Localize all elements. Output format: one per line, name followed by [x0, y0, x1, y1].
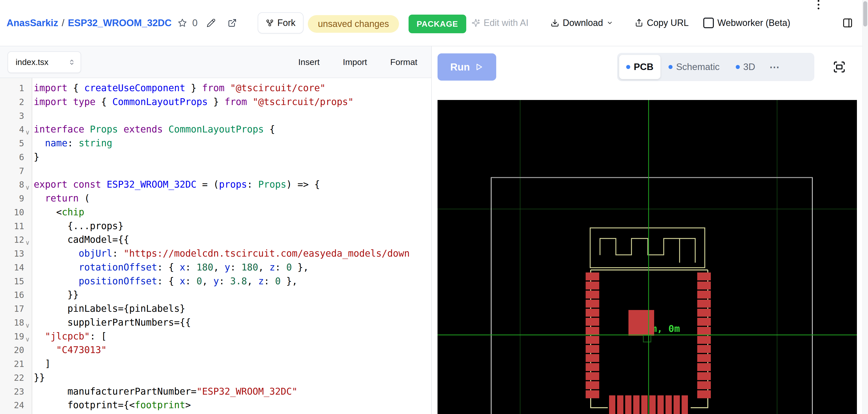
code-line[interactable]: import { createUseComponent } from "@tsc… — [34, 81, 410, 95]
download-label: Download — [563, 18, 603, 28]
line-number: 22 — [0, 371, 24, 385]
code-line[interactable]: "C473013" — [34, 343, 410, 357]
line-number: 17 — [0, 302, 24, 316]
tab-schematic[interactable]: Schematic — [660, 55, 728, 79]
edit-with-ai-button[interactable]: Edit with AI — [471, 0, 528, 46]
code-line[interactable]: }} — [34, 371, 410, 385]
package-badge: PACKAGE — [408, 14, 466, 33]
tab-dot — [736, 65, 740, 69]
line-number: 19 — [0, 330, 24, 344]
fold-marker[interactable]: ∨ — [25, 322, 31, 329]
breadcrumb-package-link[interactable]: ESP32_WROOM_32DC — [68, 18, 172, 28]
line-number: 15 — [0, 275, 24, 288]
code-line[interactable]: } — [34, 150, 410, 164]
edit-pencil-icon[interactable] — [207, 19, 216, 27]
view-tab-bar: PCBSchematic3D⋯ — [617, 53, 814, 81]
webworker-checkbox[interactable] — [703, 18, 714, 28]
code-line[interactable]: objUrl: "https://modelcdn.tscircuit.com/… — [34, 247, 410, 261]
line-number: 24 — [0, 399, 24, 412]
run-button[interactable]: Run — [437, 53, 496, 81]
line-number: 4 — [0, 123, 24, 136]
line-number: 18 — [0, 316, 24, 330]
line-number: 11 — [0, 219, 24, 233]
fold-marker[interactable]: ∨ — [25, 240, 31, 246]
code-line[interactable]: positionOffset: { x: 0, y: 3.8, z: 0 }, — [34, 275, 410, 288]
panel-right-icon — [842, 18, 853, 28]
line-number: 21 — [0, 357, 24, 371]
file-selector[interactable]: index.tsx — [7, 52, 81, 73]
code-line[interactable]: ] — [34, 357, 410, 371]
copy-url-button[interactable]: Copy URL — [635, 0, 689, 46]
chevron-down-icon — [607, 20, 613, 26]
editor-body[interactable]: 123456789101112131415161718192021222324 … — [0, 78, 431, 414]
download-button[interactable]: Download — [551, 0, 613, 46]
menu-item-import[interactable]: Import — [343, 57, 367, 67]
line-number: 3 — [0, 109, 24, 123]
file-selector-value: index.tsx — [16, 57, 49, 67]
tab-more-button[interactable]: ⋯ — [763, 61, 786, 73]
copy-url-label: Copy URL — [647, 18, 689, 28]
code-line[interactable]: manufacturerPartNumber="ESP32_WROOM_32DC… — [34, 385, 410, 399]
line-number: 14 — [0, 261, 24, 275]
menu-item-insert[interactable]: Insert — [298, 57, 320, 67]
code-line[interactable]: }} — [34, 288, 410, 302]
share-icon[interactable] — [228, 19, 237, 27]
code-line[interactable]: pinLabels={pinLabels} — [34, 302, 410, 316]
line-number: 2 — [0, 95, 24, 109]
fullscreen-button[interactable] — [833, 60, 846, 73]
code-line[interactable]: return ( — [34, 192, 410, 205]
fullscreen-icon — [833, 60, 846, 73]
header-bar: AnasSarkiz / ESP32_WROOM_32DC 0 Fork — [0, 0, 868, 46]
edit-with-ai-label: Edit with AI — [484, 18, 528, 28]
pcb-view-canvas[interactable]: 0m, 0m — [437, 100, 857, 414]
scrollbar-thumb[interactable] — [863, 1, 867, 26]
pcb-svg: 0m, 0m — [437, 100, 857, 414]
line-number: 23 — [0, 385, 24, 399]
menu-item-format[interactable]: Format — [390, 57, 417, 67]
tab-3d[interactable]: 3D — [728, 55, 763, 79]
line-number: 20 — [0, 343, 24, 357]
more-options-button[interactable] — [817, 0, 819, 46]
code-line[interactable]: footprint={<footprint> — [34, 399, 410, 412]
line-number: 5 — [0, 136, 24, 150]
code-line[interactable] — [34, 164, 410, 178]
code-line[interactable]: <chip — [34, 205, 410, 219]
code-line[interactable]: supplierPartNumbers={{ — [34, 316, 410, 330]
code-line[interactable]: {...props} — [34, 219, 410, 233]
line-number: 12 — [0, 233, 24, 247]
code-line[interactable]: cadModel={{ — [34, 233, 410, 247]
code-line[interactable]: interface Props extends CommonLayoutProp… — [34, 123, 410, 136]
fold-marker[interactable]: ∨ — [25, 336, 31, 343]
page-scrollbar[interactable] — [862, 0, 868, 414]
code-line[interactable]: rotationOffset: { x: 180, y: 180, z: 0 }… — [34, 261, 410, 275]
tab-pcb[interactable]: PCB — [619, 55, 660, 79]
breadcrumb: AnasSarkiz / ESP32_WROOM_32DC 0 — [6, 0, 237, 46]
editor-menu: InsertImportFormat — [298, 46, 417, 77]
panel-toggle-button[interactable] — [842, 0, 853, 46]
webworker-toggle[interactable]: Webworker (Beta) — [703, 0, 790, 46]
editor-gutter: 123456789101112131415161718192021222324 … — [0, 78, 32, 414]
line-number: 10 — [0, 205, 24, 219]
fork-button[interactable]: Fork — [258, 12, 304, 33]
line-number: 7 — [0, 164, 24, 178]
webworker-label: Webworker (Beta) — [717, 18, 790, 28]
code-line[interactable] — [34, 109, 410, 123]
breadcrumb-owner-link[interactable]: AnasSarkiz — [6, 18, 58, 28]
line-number: 6 — [0, 150, 24, 164]
tab-dot — [669, 65, 673, 69]
line-number: 9 — [0, 192, 24, 205]
fold-marker[interactable]: ∨ — [25, 129, 31, 135]
editor-toolbar: index.tsx InsertImportFormat — [0, 46, 431, 78]
code-line[interactable]: import type { CommonLayoutProps } from "… — [34, 95, 410, 109]
fold-marker[interactable]: ∨ — [25, 184, 31, 191]
download-icon — [551, 19, 559, 27]
star-count: 0 — [192, 18, 197, 28]
star-icon[interactable] — [178, 18, 187, 28]
run-label: Run — [451, 61, 470, 73]
code-content[interactable]: import { createUseComponent } from "@tsc… — [34, 81, 410, 412]
code-line[interactable]: "jlcpcb": [ — [34, 330, 410, 344]
code-line[interactable]: export const ESP32_WROOM_32DC = (props: … — [34, 178, 410, 192]
chevrons-up-down-icon — [68, 59, 75, 65]
code-line[interactable]: name: string — [34, 136, 410, 150]
share-up-icon — [635, 19, 643, 27]
